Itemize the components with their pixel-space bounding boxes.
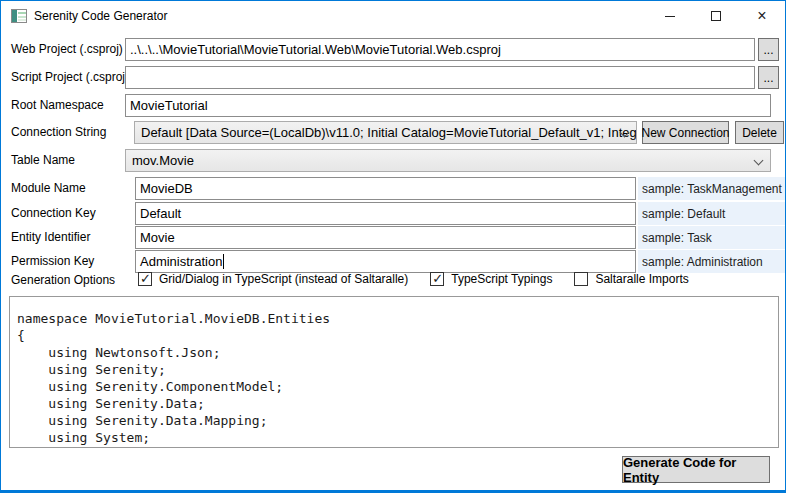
titlebar: Serenity Code Generator ×	[1, 1, 785, 31]
script-project-label: Script Project (.csproj)	[11, 70, 129, 84]
connection-key-label: Connection Key	[11, 206, 96, 220]
web-project-browse-button[interactable]: ...	[758, 38, 779, 61]
script-project-input[interactable]	[125, 66, 755, 89]
connection-key-input[interactable]	[135, 202, 636, 225]
module-name-label: Module Name	[11, 181, 86, 195]
saltaralle-imports-checkbox[interactable]	[574, 272, 588, 286]
generate-code-button[interactable]: Generate Code for Entity	[622, 456, 770, 483]
web-project-label: Web Project (.csproj)	[11, 42, 123, 56]
table-name-value: mov.Movie	[132, 153, 194, 168]
maximize-icon	[711, 11, 721, 21]
minimize-icon	[665, 16, 675, 17]
module-name-sample: sample: TaskManagement	[638, 177, 786, 200]
root-namespace-input[interactable]	[125, 94, 771, 117]
minimize-button[interactable]	[647, 1, 693, 31]
connection-string-label: Connection String	[11, 125, 106, 139]
connection-string-value: Default [Data Source=(LocalDb)\v11.0; In…	[141, 125, 637, 140]
module-name-input[interactable]	[135, 177, 636, 200]
script-project-browse-button[interactable]: ...	[758, 66, 779, 89]
maximize-button[interactable]	[693, 1, 739, 31]
entity-identifier-label: Entity Identifier	[11, 230, 90, 244]
entity-identifier-input[interactable]	[135, 226, 636, 249]
table-name-label: Table Name	[11, 153, 75, 167]
chevron-down-icon	[754, 156, 764, 166]
new-connection-button[interactable]: New Connection	[642, 121, 729, 144]
close-icon: ×	[757, 8, 766, 24]
connection-key-sample: sample: Default	[638, 202, 786, 225]
close-button[interactable]: ×	[739, 1, 785, 31]
root-namespace-label: Root Namespace	[11, 98, 104, 112]
typescript-typings-label: TypeScript Typings	[451, 272, 552, 286]
permission-key-value: Administration	[140, 254, 222, 269]
grid-dialog-typescript-checkbox[interactable]	[138, 272, 152, 286]
text-caret	[223, 254, 224, 269]
code-preview-text: namespace MovieTutorial.MovieDB.Entities…	[10, 297, 778, 448]
app-icon	[11, 8, 27, 24]
serenity-code-generator-window: Serenity Code Generator × Web Project (.…	[0, 0, 786, 493]
delete-connection-button[interactable]: Delete	[735, 121, 784, 144]
grid-dialog-typescript-label: Grid/Dialog in TypeScript (instead of Sa…	[159, 272, 408, 286]
generation-options-row: Grid/Dialog in TypeScript (instead of Sa…	[138, 270, 689, 288]
web-project-input[interactable]	[125, 38, 755, 61]
connection-string-select[interactable]: Default [Data Source=(LocalDb)\v11.0; In…	[134, 121, 637, 144]
window-title: Serenity Code Generator	[34, 9, 167, 23]
table-name-select[interactable]: mov.Movie	[125, 149, 771, 172]
entity-identifier-sample: sample: Task	[638, 226, 786, 249]
saltaralle-imports-label: Saltaralle Imports	[595, 272, 688, 286]
typescript-typings-checkbox[interactable]	[430, 272, 444, 286]
generation-options-label: Generation Options	[11, 273, 115, 287]
code-preview-area[interactable]: namespace MovieTutorial.MovieDB.Entities…	[9, 296, 779, 448]
permission-key-label: Permission Key	[11, 254, 94, 268]
